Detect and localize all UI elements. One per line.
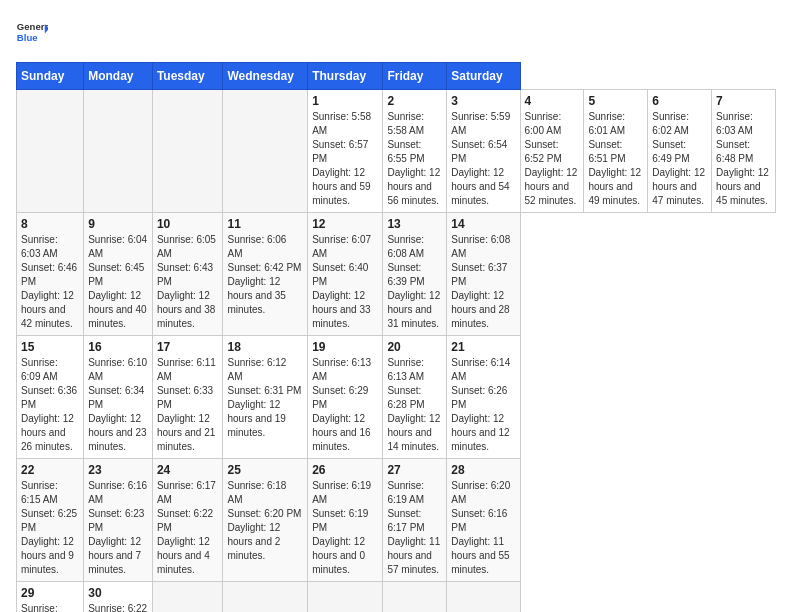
day-cell bbox=[383, 582, 447, 613]
day-detail: Sunrise: 6:05 AM Sunset: 6:43 PM Dayligh… bbox=[157, 233, 219, 331]
day-cell: 15 Sunrise: 6:09 AM Sunset: 6:36 PM Dayl… bbox=[17, 336, 84, 459]
day-number: 4 bbox=[525, 94, 580, 108]
day-number: 21 bbox=[451, 340, 515, 354]
col-header-friday: Friday bbox=[383, 63, 447, 90]
day-cell: 7 Sunrise: 6:03 AM Sunset: 6:48 PM Dayli… bbox=[712, 90, 776, 213]
col-header-sunday: Sunday bbox=[17, 63, 84, 90]
day-cell: 5 Sunrise: 6:01 AM Sunset: 6:51 PM Dayli… bbox=[584, 90, 648, 213]
day-number: 23 bbox=[88, 463, 148, 477]
day-cell: 19 Sunrise: 6:13 AM Sunset: 6:29 PM Dayl… bbox=[308, 336, 383, 459]
svg-text:General: General bbox=[17, 21, 48, 32]
day-cell: 22 Sunrise: 6:15 AM Sunset: 6:25 PM Dayl… bbox=[17, 459, 84, 582]
day-cell: 4 Sunrise: 6:00 AM Sunset: 6:52 PM Dayli… bbox=[520, 90, 584, 213]
day-number: 13 bbox=[387, 217, 442, 231]
day-detail: Sunrise: 6:06 AM Sunset: 6:42 PM Dayligh… bbox=[227, 233, 303, 317]
day-number: 18 bbox=[227, 340, 303, 354]
day-number: 28 bbox=[451, 463, 515, 477]
day-detail: Sunrise: 6:08 AM Sunset: 6:39 PM Dayligh… bbox=[387, 233, 442, 331]
col-header-tuesday: Tuesday bbox=[152, 63, 223, 90]
day-detail: Sunrise: 6:08 AM Sunset: 6:37 PM Dayligh… bbox=[451, 233, 515, 331]
day-detail: Sunrise: 6:11 AM Sunset: 6:33 PM Dayligh… bbox=[157, 356, 219, 454]
svg-text:Blue: Blue bbox=[17, 32, 38, 43]
day-detail: Sunrise: 6:19 AM Sunset: 6:19 PM Dayligh… bbox=[312, 479, 378, 577]
day-number: 29 bbox=[21, 586, 79, 600]
header-row: SundayMondayTuesdayWednesdayThursdayFrid… bbox=[17, 63, 776, 90]
day-number: 16 bbox=[88, 340, 148, 354]
day-detail: Sunrise: 6:03 AM Sunset: 6:46 PM Dayligh… bbox=[21, 233, 79, 331]
day-number: 11 bbox=[227, 217, 303, 231]
day-cell: 1 Sunrise: 5:58 AM Sunset: 6:57 PM Dayli… bbox=[308, 90, 383, 213]
day-detail: Sunrise: 6:15 AM Sunset: 6:25 PM Dayligh… bbox=[21, 479, 79, 577]
day-cell: 8 Sunrise: 6:03 AM Sunset: 6:46 PM Dayli… bbox=[17, 213, 84, 336]
day-number: 2 bbox=[387, 94, 442, 108]
day-cell: 30 Sunrise: 6:22 AM Sunset: 6:12 PM Dayl… bbox=[84, 582, 153, 613]
logo-svg: General Blue bbox=[16, 16, 48, 52]
day-cell: 14 Sunrise: 6:08 AM Sunset: 6:37 PM Dayl… bbox=[447, 213, 520, 336]
day-cell bbox=[84, 90, 153, 213]
day-number: 12 bbox=[312, 217, 378, 231]
day-cell: 3 Sunrise: 5:59 AM Sunset: 6:54 PM Dayli… bbox=[447, 90, 520, 213]
day-detail: Sunrise: 6:18 AM Sunset: 6:20 PM Dayligh… bbox=[227, 479, 303, 563]
day-detail: Sunrise: 6:14 AM Sunset: 6:26 PM Dayligh… bbox=[451, 356, 515, 454]
day-cell: 24 Sunrise: 6:17 AM Sunset: 6:22 PM Dayl… bbox=[152, 459, 223, 582]
day-number: 5 bbox=[588, 94, 643, 108]
day-cell: 17 Sunrise: 6:11 AM Sunset: 6:33 PM Dayl… bbox=[152, 336, 223, 459]
day-cell bbox=[152, 582, 223, 613]
day-number: 19 bbox=[312, 340, 378, 354]
day-number: 15 bbox=[21, 340, 79, 354]
day-number: 26 bbox=[312, 463, 378, 477]
day-detail: Sunrise: 6:03 AM Sunset: 6:48 PM Dayligh… bbox=[716, 110, 771, 208]
day-detail: Sunrise: 5:59 AM Sunset: 6:54 PM Dayligh… bbox=[451, 110, 515, 208]
day-cell: 10 Sunrise: 6:05 AM Sunset: 6:43 PM Dayl… bbox=[152, 213, 223, 336]
day-number: 7 bbox=[716, 94, 771, 108]
day-number: 9 bbox=[88, 217, 148, 231]
day-detail: Sunrise: 6:01 AM Sunset: 6:51 PM Dayligh… bbox=[588, 110, 643, 208]
day-number: 10 bbox=[157, 217, 219, 231]
day-cell: 21 Sunrise: 6:14 AM Sunset: 6:26 PM Dayl… bbox=[447, 336, 520, 459]
col-header-saturday: Saturday bbox=[447, 63, 520, 90]
day-detail: Sunrise: 6:12 AM Sunset: 6:31 PM Dayligh… bbox=[227, 356, 303, 440]
day-cell: 6 Sunrise: 6:02 AM Sunset: 6:49 PM Dayli… bbox=[648, 90, 712, 213]
day-cell: 9 Sunrise: 6:04 AM Sunset: 6:45 PM Dayli… bbox=[84, 213, 153, 336]
day-cell bbox=[223, 90, 308, 213]
day-cell: 2 Sunrise: 5:58 AM Sunset: 6:55 PM Dayli… bbox=[383, 90, 447, 213]
col-header-monday: Monday bbox=[84, 63, 153, 90]
week-row-1: 1 Sunrise: 5:58 AM Sunset: 6:57 PM Dayli… bbox=[17, 90, 776, 213]
day-cell: 20 Sunrise: 6:13 AM Sunset: 6:28 PM Dayl… bbox=[383, 336, 447, 459]
day-number: 27 bbox=[387, 463, 442, 477]
day-cell: 29 Sunrise: 6:21 AM Sunset: 6:14 PM Dayl… bbox=[17, 582, 84, 613]
day-cell bbox=[152, 90, 223, 213]
day-detail: Sunrise: 6:10 AM Sunset: 6:34 PM Dayligh… bbox=[88, 356, 148, 454]
day-cell: 28 Sunrise: 6:20 AM Sunset: 6:16 PM Dayl… bbox=[447, 459, 520, 582]
logo: General Blue bbox=[16, 16, 48, 52]
week-row-3: 15 Sunrise: 6:09 AM Sunset: 6:36 PM Dayl… bbox=[17, 336, 776, 459]
day-number: 22 bbox=[21, 463, 79, 477]
col-header-thursday: Thursday bbox=[308, 63, 383, 90]
day-cell bbox=[308, 582, 383, 613]
day-detail: Sunrise: 6:04 AM Sunset: 6:45 PM Dayligh… bbox=[88, 233, 148, 331]
day-detail: Sunrise: 5:58 AM Sunset: 6:57 PM Dayligh… bbox=[312, 110, 378, 208]
day-cell: 13 Sunrise: 6:08 AM Sunset: 6:39 PM Dayl… bbox=[383, 213, 447, 336]
col-header-wednesday: Wednesday bbox=[223, 63, 308, 90]
day-cell: 11 Sunrise: 6:06 AM Sunset: 6:42 PM Dayl… bbox=[223, 213, 308, 336]
day-detail: Sunrise: 6:13 AM Sunset: 6:28 PM Dayligh… bbox=[387, 356, 442, 454]
day-number: 30 bbox=[88, 586, 148, 600]
day-detail: Sunrise: 5:58 AM Sunset: 6:55 PM Dayligh… bbox=[387, 110, 442, 208]
page-header: General Blue bbox=[16, 16, 776, 52]
day-cell: 18 Sunrise: 6:12 AM Sunset: 6:31 PM Dayl… bbox=[223, 336, 308, 459]
day-detail: Sunrise: 6:22 AM Sunset: 6:12 PM Dayligh… bbox=[88, 602, 148, 612]
day-cell: 27 Sunrise: 6:19 AM Sunset: 6:17 PM Dayl… bbox=[383, 459, 447, 582]
day-number: 1 bbox=[312, 94, 378, 108]
day-detail: Sunrise: 6:13 AM Sunset: 6:29 PM Dayligh… bbox=[312, 356, 378, 454]
day-number: 25 bbox=[227, 463, 303, 477]
day-number: 20 bbox=[387, 340, 442, 354]
day-cell bbox=[447, 582, 520, 613]
day-cell bbox=[17, 90, 84, 213]
day-number: 24 bbox=[157, 463, 219, 477]
day-detail: Sunrise: 6:16 AM Sunset: 6:23 PM Dayligh… bbox=[88, 479, 148, 577]
day-cell: 26 Sunrise: 6:19 AM Sunset: 6:19 PM Dayl… bbox=[308, 459, 383, 582]
day-number: 14 bbox=[451, 217, 515, 231]
calendar-table: SundayMondayTuesdayWednesdayThursdayFrid… bbox=[16, 62, 776, 612]
day-cell bbox=[223, 582, 308, 613]
week-row-4: 22 Sunrise: 6:15 AM Sunset: 6:25 PM Dayl… bbox=[17, 459, 776, 582]
